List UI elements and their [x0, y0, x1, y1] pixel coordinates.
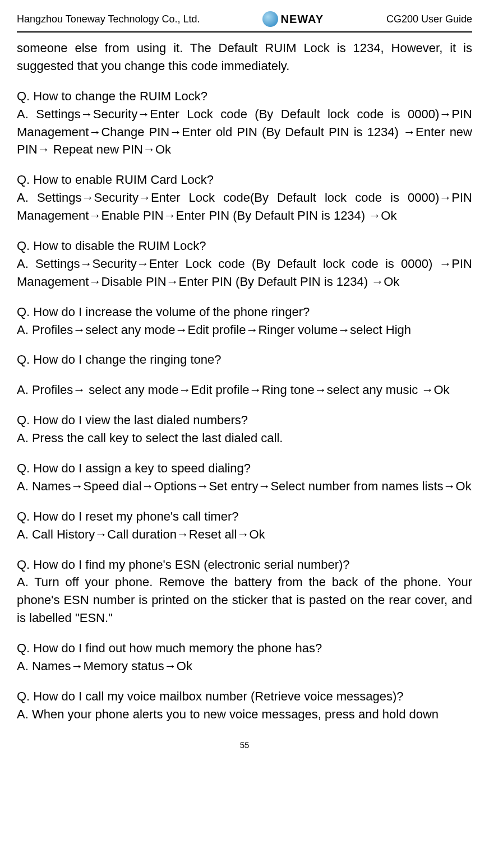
answer: A. When your phone alerts you to new voi… — [17, 705, 472, 723]
question: Q. How do I reset my phone's call timer? — [17, 508, 472, 526]
page-number: 55 — [17, 740, 472, 750]
question: Q. How to disable the RUIM Lock? — [17, 237, 472, 255]
qa-item: Q. How to disable the RUIM Lock? A. Sett… — [17, 237, 472, 291]
question: Q. How do I call my voice mailbox number… — [17, 688, 472, 705]
document-content: someone else from using it. The Default … — [17, 39, 472, 723]
answer: A. Turn off your phone. Remove the batte… — [17, 573, 472, 627]
answer: A. Profiles→select any mode→Edit profile… — [17, 321, 472, 339]
question: Q. How do I change the ringing tone? — [17, 351, 472, 369]
answer: A. Settings→Security→Enter Lock code(By … — [17, 189, 472, 225]
qa-item: Q. How do I change the ringing tone? A. … — [17, 351, 472, 399]
qa-item: Q. How do I increase the volume of the p… — [17, 303, 472, 339]
logo-globe-icon — [262, 11, 278, 27]
qa-item: Q. How to enable RUIM Card Lock? A. Sett… — [17, 171, 472, 225]
qa-item: Q. How do I assign a key to speed dialin… — [17, 459, 472, 495]
answer: A. Call History→Call duration→Reset all→… — [17, 526, 472, 544]
answer: A. Profiles→ select any mode→Edit profil… — [17, 381, 472, 399]
qa-item: Q. How to change the RUIM Lock? A. Setti… — [17, 87, 472, 159]
question: Q. How to enable RUIM Card Lock? — [17, 171, 472, 189]
logo-text: NEWAY — [280, 13, 324, 26]
question: Q. How do I find my phone's ESN (electro… — [17, 556, 472, 574]
question: Q. How do I increase the volume of the p… — [17, 303, 472, 321]
answer: A. Press the call key to select the last… — [17, 429, 472, 447]
question: Q. How do I assign a key to speed dialin… — [17, 459, 472, 477]
page-header: Hangzhou Toneway Technology Co., Ltd. NE… — [17, 11, 472, 33]
qa-item: Q. How do I reset my phone's call timer?… — [17, 508, 472, 544]
qa-item: Q. How do I call my voice mailbox number… — [17, 688, 472, 723]
qa-item: Q. How do I find my phone's ESN (electro… — [17, 556, 472, 628]
intro-paragraph: someone else from using it. The Default … — [17, 39, 472, 75]
logo: NEWAY — [262, 11, 324, 27]
qa-item: Q. How do I find out how much memory the… — [17, 639, 472, 675]
intro-text: someone else from using it. The Default … — [17, 41, 472, 73]
guide-title: CG200 User Guide — [386, 13, 472, 25]
answer: A. Settings→Security→Enter Lock code (By… — [17, 255, 472, 291]
qa-item: Q. How do I view the last dialed numbers… — [17, 411, 472, 447]
answer: A. Settings→Security→Enter Lock code (By… — [17, 105, 472, 159]
question: Q. How to change the RUIM Lock? — [17, 87, 472, 105]
question: Q. How do I find out how much memory the… — [17, 639, 472, 657]
answer: A. Names→Speed dial→Options→Set entry→Se… — [17, 477, 472, 495]
answer: A. Names→Memory status→Ok — [17, 657, 472, 675]
question: Q. How do I view the last dialed numbers… — [17, 411, 472, 429]
company-name: Hangzhou Toneway Technology Co., Ltd. — [17, 13, 200, 25]
